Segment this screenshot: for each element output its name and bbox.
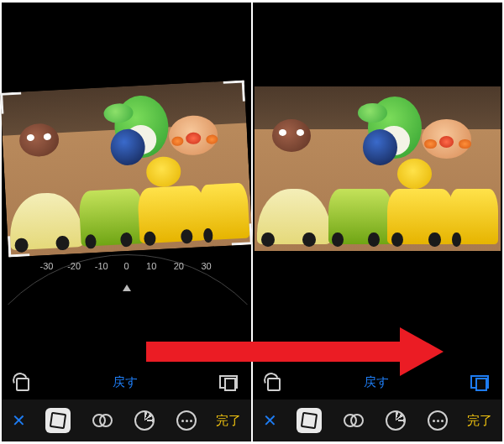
crop-handle-tr[interactable] [223,81,245,102]
rotate-ccw-icon[interactable] [13,373,30,390]
crop-handle-tl[interactable] [0,91,22,113]
crop-handle-br[interactable] [231,223,253,245]
crop-stage[interactable] [2,86,251,251]
more-icon[interactable] [428,410,448,431]
dial-tick: 30 [201,261,211,271]
dial-tick: -20 [67,261,81,271]
editor-screen-after: 戻す ✕ 完了 [253,3,502,441]
dial-tick: -10 [95,261,108,271]
photo-preview[interactable] [0,81,253,258]
reset-button[interactable]: 戻す [364,374,389,390]
dial-tick: 0 [123,261,129,271]
crop-icon[interactable] [45,408,71,433]
rotate-ccw-icon[interactable] [265,373,281,390]
dial-tick: 20 [174,261,184,271]
editor-screen-before: -30 -20 -10 0 10 20 30 戻す ✕ 完了 [2,3,251,441]
crop-midbar: 戻す [2,368,251,395]
bottom-toolbar: ✕ 完了 [253,400,502,441]
done-button[interactable]: 完了 [467,413,492,429]
crop-midbar: 戻す [253,368,502,395]
crop-icon[interactable] [297,408,322,433]
dial-tick: -30 [40,261,54,271]
dial-pointer-icon [123,285,131,291]
straighten-dial[interactable]: -30 -20 -10 0 10 20 30 [2,254,251,305]
cancel-button[interactable]: ✕ [263,410,277,431]
cancel-button[interactable]: ✕ [12,410,26,431]
photo-preview[interactable] [255,86,501,251]
reset-button[interactable]: 戻す [113,374,138,390]
dial-tick: 10 [146,261,156,271]
bottom-toolbar: ✕ 完了 [2,400,251,441]
light-adjust-icon[interactable] [134,410,155,431]
filters-icon[interactable] [92,410,113,431]
crop-stage[interactable] [253,86,502,251]
more-icon[interactable] [176,410,197,431]
done-button[interactable]: 完了 [216,413,241,429]
light-adjust-icon[interactable] [386,410,406,431]
aspect-ratio-icon[interactable] [219,375,239,389]
aspect-ratio-icon[interactable] [470,375,491,389]
filters-icon[interactable] [344,410,364,431]
